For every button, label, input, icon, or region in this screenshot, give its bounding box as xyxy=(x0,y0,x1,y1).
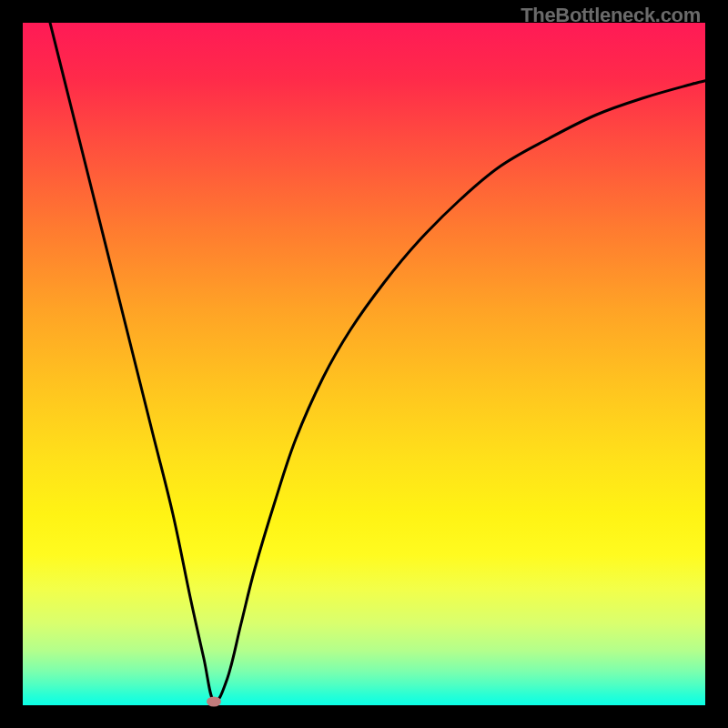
bottleneck-curve xyxy=(23,23,705,705)
plot-area xyxy=(23,23,705,705)
chart-frame: TheBottleneck.com xyxy=(0,0,728,728)
attribution-text: TheBottleneck.com xyxy=(521,4,701,27)
minimum-marker xyxy=(207,696,221,706)
